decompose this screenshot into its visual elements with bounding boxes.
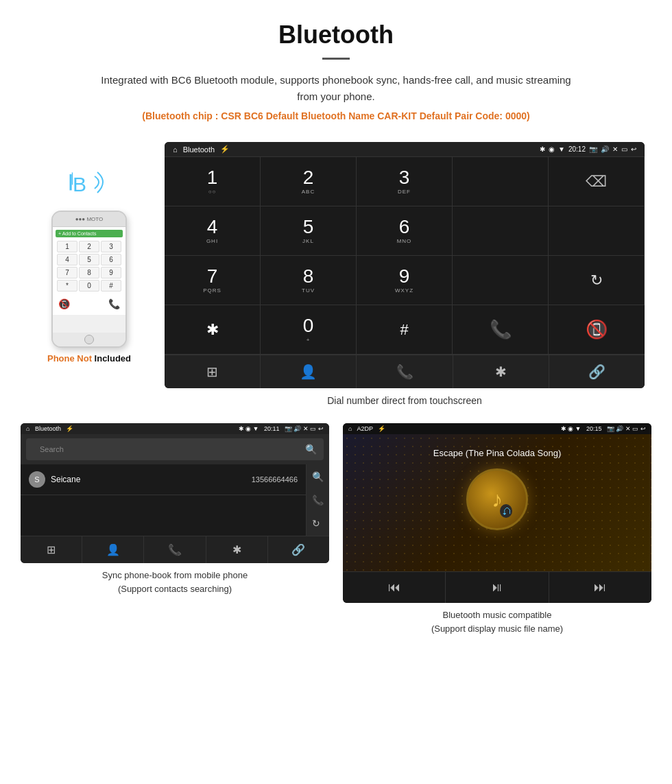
music-caption-line2: (Support display music file name) <box>431 623 563 634</box>
refresh-button[interactable]: ↻ <box>549 256 645 305</box>
key-star[interactable]: ✱ <box>165 305 261 355</box>
back-icon[interactable]: ↩ <box>631 145 636 153</box>
phone-key-7: 7 <box>57 267 77 278</box>
contact-row-seicane[interactable]: S Seicane 13566664466 <box>21 464 306 495</box>
key-hash[interactable]: # <box>357 305 453 355</box>
pb-side-icons: 🔍 📞 ↻ <box>306 464 329 536</box>
phonebook-screen: ⌂ Bluetooth ⚡ ✱ ◉ ▼ 20:11 📷 🔊 ✕ ▭ ↩ Sear… <box>21 423 329 563</box>
music-song-title: Escape (The Pina Colada Song) <box>357 448 638 458</box>
next-button[interactable]: ⏭ <box>549 572 651 603</box>
middle-section: ⃒ ⃒ B ●●● MOTO + Add to Contacts 1 2 3 <box>0 128 672 423</box>
svg-text:⃒: ⃒ <box>69 174 72 191</box>
dial-screen-container: ⌂ Bluetooth ⚡ ✱ ◉ ▼ 20:12 📷 🔊 ✕ ▭ ↩ <box>165 142 645 416</box>
music-status-bar: ⌂ A2DP ⚡ ✱ ◉ ▼ 20:15 📷 🔊 ✕ ▭ ↩ <box>343 423 651 434</box>
dial-app-name: Bluetooth <box>183 145 215 154</box>
phone-contacts-header: + Add to Contacts <box>56 230 123 237</box>
key-6[interactable]: 6 MNO <box>357 206 453 256</box>
bt-overlay-icon: ⮏ <box>500 504 512 518</box>
phonebook-caption: Sync phone-book from mobile phone (Suppo… <box>21 563 329 601</box>
key-3[interactable]: 3 DEF <box>357 157 453 206</box>
pb-status-bar: ⌂ Bluetooth ⚡ ✱ ◉ ▼ 20:11 📷 🔊 ✕ ▭ ↩ <box>21 423 329 434</box>
phone-bottom-bar <box>53 333 125 346</box>
prev-button[interactable]: ⏮ <box>343 572 446 603</box>
pb-bottom-nav: ⊞ 👤 📞 ✱ 🔗 <box>21 536 329 563</box>
nav-contacts[interactable]: 👤 <box>261 355 357 388</box>
dial-screen: ⌂ Bluetooth ⚡ ✱ ◉ ▼ 20:12 📷 🔊 ✕ ▭ ↩ <box>165 142 645 388</box>
music-status-right: ✱ ◉ ▼ 20:15 📷 🔊 ✕ ▭ ↩ <box>561 425 646 432</box>
key-8[interactable]: 8 TUV <box>261 256 357 305</box>
pb-nav-contacts[interactable]: 👤 <box>82 536 144 563</box>
phone-label-included: Included <box>95 353 131 364</box>
pb-nav-calls[interactable]: 📞 <box>144 536 206 563</box>
nav-link[interactable]: 🔗 <box>549 355 645 388</box>
key-1[interactable]: 1 ○○ <box>165 157 261 206</box>
dial-status-left: ⌂ Bluetooth ⚡ <box>173 145 230 154</box>
phone-label-orange: Phone Not <box>47 353 95 364</box>
backspace-button[interactable]: ⌫ <box>549 157 645 206</box>
side-refresh-icon[interactable]: ↻ <box>312 518 324 529</box>
nav-keypad[interactable]: ⊞ <box>165 355 261 388</box>
play-pause-button[interactable]: ⏯ <box>446 572 549 603</box>
pb-content-area: S Seicane 13566664466 🔍 📞 ↻ <box>21 464 329 536</box>
pb-nav-bluetooth[interactable]: ✱ <box>206 536 268 563</box>
home-icon[interactable]: ⌂ <box>173 145 178 154</box>
phone-key-8: 8 <box>79 267 99 278</box>
location-icon: ◉ <box>549 145 555 153</box>
keypad-area: 1 ○○ 2 ABC 3 DEF ⌫ 4 GHI <box>165 156 645 355</box>
bottom-screenshots: ⌂ Bluetooth ⚡ ✱ ◉ ▼ 20:11 📷 🔊 ✕ ▭ ↩ Sear… <box>0 423 672 654</box>
phone-keypad: 1 2 3 4 5 6 7 8 9 * 0 # <box>56 239 123 293</box>
contact-number: 13566664466 <box>252 475 298 484</box>
key-2[interactable]: 2 ABC <box>261 157 357 206</box>
page-title: Bluetooth <box>14 21 658 49</box>
contact-name: Seicane <box>51 475 252 484</box>
music-status-left: ⌂ A2DP ⚡ <box>348 425 385 432</box>
header-divider <box>322 58 350 60</box>
pb-nav-keypad[interactable]: ⊞ <box>21 536 82 563</box>
side-call-icon[interactable]: 📞 <box>312 495 324 506</box>
pb-search-input[interactable]: Search <box>33 442 305 457</box>
phone-key-star: * <box>57 280 77 292</box>
pb-caption-line2: (Support contacts searching) <box>118 584 232 594</box>
window-icon[interactable]: ▭ <box>621 145 627 153</box>
page-header: Bluetooth Integrated with BC6 Bluetooth … <box>0 0 672 128</box>
side-search-icon[interactable]: 🔍 <box>312 471 324 482</box>
dial-status-right: ✱ ◉ ▼ 20:12 📷 🔊 ✕ ▭ ↩ <box>540 145 636 153</box>
phone-key-4: 4 <box>57 254 77 265</box>
music-album-art: ♪ ⮏ <box>466 468 528 530</box>
usb-icon: ⚡ <box>220 145 230 154</box>
bluetooth-signal: ⃒ ⃒ B <box>69 163 110 204</box>
phone-key-6: 6 <box>101 254 121 265</box>
call-button[interactable]: 📞 <box>453 305 549 355</box>
bluetooth-status-icon: ✱ <box>540 145 545 153</box>
nav-bluetooth[interactable]: ✱ <box>453 355 549 388</box>
key-4[interactable]: 4 GHI <box>165 206 261 256</box>
phone-not-included-label: Phone Not Included <box>47 353 131 364</box>
camera-icon: 📷 <box>589 145 597 153</box>
pb-status-left: ⌂ Bluetooth ⚡ <box>26 425 73 432</box>
key-9[interactable]: 9 WXYZ <box>357 256 453 305</box>
bt-signal-svg: ⃒ B <box>69 163 110 204</box>
nav-calls[interactable]: 📞 <box>357 355 453 388</box>
key-0[interactable]: 0 + <box>261 305 357 355</box>
end-call-button[interactable]: 📵 <box>549 305 645 355</box>
music-block: ⌂ A2DP ⚡ ✱ ◉ ▼ 20:15 📷 🔊 ✕ ▭ ↩ Escape (T… <box>343 423 651 641</box>
header-specs: (Bluetooth chip : CSR BC6 Default Blueto… <box>14 110 658 121</box>
display-area-2 <box>453 206 549 256</box>
music-screen: ⌂ A2DP ⚡ ✱ ◉ ▼ 20:15 📷 🔊 ✕ ▭ ↩ Escape (T… <box>343 423 651 603</box>
volume-icon: 🔊 <box>601 145 609 153</box>
key-5[interactable]: 5 JKL <box>261 206 357 256</box>
phone-key-5: 5 <box>79 254 99 265</box>
key-7[interactable]: 7 PQRS <box>165 256 261 305</box>
dial-bottom-nav: ⊞ 👤 📞 ✱ 🔗 <box>165 355 645 388</box>
phone-key-2: 2 <box>79 241 99 252</box>
close-icon[interactable]: ✕ <box>612 145 618 153</box>
pb-caption-line1: Sync phone-book from mobile phone <box>102 570 248 580</box>
pb-nav-link[interactable]: 🔗 <box>268 536 329 563</box>
music-caption: Bluetooth music compatible (Support disp… <box>343 603 651 641</box>
music-main-area: Escape (The Pina Colada Song) ♪ ⮏ <box>343 434 651 571</box>
phone-top-bar: ●●● MOTO <box>53 212 125 227</box>
phone-key-9: 9 <box>101 267 121 278</box>
pb-search-icon[interactable]: 🔍 <box>305 444 317 455</box>
phone-key-hash: # <box>101 280 121 292</box>
music-content: Escape (The Pina Colada Song) ♪ ⮏ <box>357 448 638 530</box>
